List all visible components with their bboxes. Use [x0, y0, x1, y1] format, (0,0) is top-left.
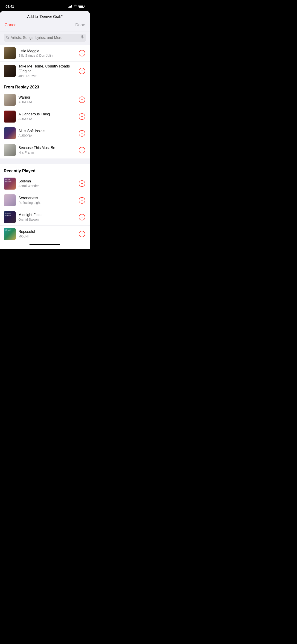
song-item-sereneness: Sereneness Reflecting Light + — [0, 192, 90, 209]
home-bar — [30, 244, 60, 245]
album-art-sereneness — [4, 194, 16, 206]
song-info-dangerous-thing: A Dangerous Thing AURORA — [18, 112, 75, 121]
song-info-midnight-float: Midnight Float Orchid Swoon — [18, 212, 75, 222]
song-info-little-maggie: Little Maggie Billy Strings & Don Julin — [18, 49, 75, 58]
add-button-little-maggie[interactable]: + — [78, 49, 86, 57]
add-circle-because-this-must-be: + — [79, 147, 85, 154]
sheet-header: Add to "Denver Grab" Cancel Done — [0, 11, 90, 32]
song-item-reposeful: MOLNI Reposeful MOLNI + — [0, 226, 90, 242]
song-item-because-this-must-be: Because This Must Be Nils Frahm + — [0, 142, 90, 158]
add-circle-sereneness: + — [79, 197, 85, 204]
song-info-because-this-must-be: Because This Must Be Nils Frahm — [18, 146, 75, 154]
song-title-reposeful: Reposeful — [18, 230, 75, 234]
song-title-little-maggie: Little Maggie — [18, 49, 75, 54]
status-time: 09:41 — [6, 4, 14, 8]
song-item-solemn: Astral Wonder Solemn Astral Wonder + — [0, 175, 90, 192]
search-input[interactable] — [10, 36, 79, 40]
song-title-because-this-must-be: Because This Must Be — [18, 146, 75, 150]
song-item-warrior: Warrior AURORA + — [0, 92, 90, 108]
song-artist-take-me-home: John Denver — [18, 74, 75, 78]
song-title-midnight-float: Midnight Float — [18, 212, 75, 218]
status-bar: 09:41 — [0, 0, 90, 11]
add-button-all-is-soft[interactable]: + — [78, 129, 86, 138]
top-songs-list: Little Maggie Billy Strings & Don Julin … — [0, 45, 90, 80]
song-info-all-is-soft: All is Soft Inside AURORA — [18, 129, 75, 138]
cancel-button[interactable]: Cancel — [4, 22, 18, 28]
signal-icon — [68, 5, 72, 8]
song-title-warrior: Warrior — [18, 95, 75, 100]
search-container — [0, 32, 90, 45]
sheet-title: Add to "Denver Grab" — [27, 15, 62, 19]
song-artist-sereneness: Reflecting Light — [18, 200, 75, 205]
album-art-reposeful: MOLNI — [4, 228, 16, 240]
add-circle-midnight-float: + — [79, 214, 85, 220]
song-artist-warrior: AURORA — [18, 100, 75, 104]
search-bar[interactable] — [4, 34, 86, 42]
sheet-actions: Cancel Done — [4, 22, 85, 30]
add-circle-little-maggie: + — [79, 50, 85, 56]
song-list-recently-played: Astral Wonder Solemn Astral Wonder + Ser… — [0, 175, 90, 242]
add-circle-dangerous-thing: + — [79, 113, 85, 120]
album-art-all-is-soft — [4, 127, 16, 139]
album-art-take-me-home — [4, 65, 16, 77]
song-artist-midnight-float: Orchid Swoon — [18, 218, 75, 222]
home-indicator — [0, 242, 90, 249]
svg-line-1 — [8, 38, 9, 39]
song-artist-dangerous-thing: AURORA — [18, 117, 75, 121]
album-art-warrior — [4, 94, 16, 106]
add-button-reposeful[interactable]: + — [78, 230, 86, 238]
add-button-take-me-home[interactable]: + — [78, 67, 86, 75]
mic-icon[interactable] — [80, 35, 84, 40]
song-artist-all-is-soft: AURORA — [18, 134, 75, 138]
section-header-replay-2023: From Replay 2023 — [0, 80, 90, 92]
sheet-title-row: Add to "Denver Grab" — [4, 14, 85, 22]
add-button-warrior[interactable]: + — [78, 96, 86, 104]
song-item-all-is-soft: All is Soft Inside AURORA + — [0, 125, 90, 142]
search-icon — [6, 36, 9, 40]
done-button[interactable]: Done — [75, 22, 85, 28]
song-artist-because-this-must-be: Nils Frahm — [18, 150, 75, 154]
album-art-midnight-float: Orchid Swoon — [4, 211, 16, 223]
section-spacer-1 — [0, 158, 90, 164]
song-info-warrior: Warrior AURORA — [18, 95, 75, 104]
section-title-replay-2023: From Replay 2023 — [4, 85, 86, 90]
song-item-dangerous-thing: A Dangerous Thing AURORA + — [0, 108, 90, 125]
add-circle-solemn: + — [79, 180, 85, 187]
album-art-dangerous-thing — [4, 110, 16, 122]
song-title-take-me-home: Take Me Home, Country Roads (Original... — [18, 64, 75, 74]
album-art-solemn: Astral Wonder — [4, 178, 16, 190]
song-artist-solemn: Astral Wonder — [18, 184, 75, 188]
sections-container: From Replay 2023 Warrior AURORA + A Dang… — [0, 80, 90, 242]
song-info-take-me-home: Take Me Home, Country Roads (Original...… — [18, 64, 75, 78]
add-button-dangerous-thing[interactable]: + — [78, 112, 86, 121]
wifi-icon — [74, 4, 77, 8]
song-title-sereneness: Sereneness — [18, 196, 75, 200]
song-artist-reposeful: MOLNI — [18, 234, 75, 238]
section-replay-2023: From Replay 2023 Warrior AURORA + A Dang… — [0, 80, 90, 158]
add-button-because-this-must-be[interactable]: + — [78, 146, 86, 154]
modal-sheet: Add to "Denver Grab" Cancel Done — [0, 11, 90, 249]
song-list-replay-2023: Warrior AURORA + A Dangerous Thing AUROR… — [0, 92, 90, 158]
song-info-solemn: Solemn Astral Wonder — [18, 179, 75, 188]
add-circle-take-me-home: + — [79, 68, 85, 74]
svg-rect-2 — [82, 35, 83, 38]
song-title-solemn: Solemn — [18, 179, 75, 184]
add-circle-reposeful: + — [79, 231, 85, 237]
song-item-midnight-float: Orchid Swoon Midnight Float Orchid Swoon… — [0, 209, 90, 226]
song-title-dangerous-thing: A Dangerous Thing — [18, 112, 75, 117]
section-title-recently-played: Recently Played — [4, 168, 86, 174]
battery-icon — [78, 5, 84, 8]
add-button-sereneness[interactable]: + — [78, 196, 86, 204]
album-art-little-maggie — [4, 47, 16, 59]
section-recently-played: Recently Played Astral Wonder Solemn Ast… — [0, 164, 90, 242]
add-button-midnight-float[interactable]: + — [78, 213, 86, 221]
song-item-little-maggie: Little Maggie Billy Strings & Don Julin … — [0, 45, 90, 62]
add-circle-all-is-soft: + — [79, 130, 85, 136]
song-item-take-me-home: Take Me Home, Country Roads (Original...… — [0, 62, 90, 80]
status-icons — [68, 4, 84, 8]
album-art-because-this-must-be — [4, 144, 16, 156]
add-button-solemn[interactable]: + — [78, 180, 86, 188]
section-header-recently-played: Recently Played — [0, 164, 90, 175]
song-info-reposeful: Reposeful MOLNI — [18, 230, 75, 238]
song-info-sereneness: Sereneness Reflecting Light — [18, 196, 75, 205]
